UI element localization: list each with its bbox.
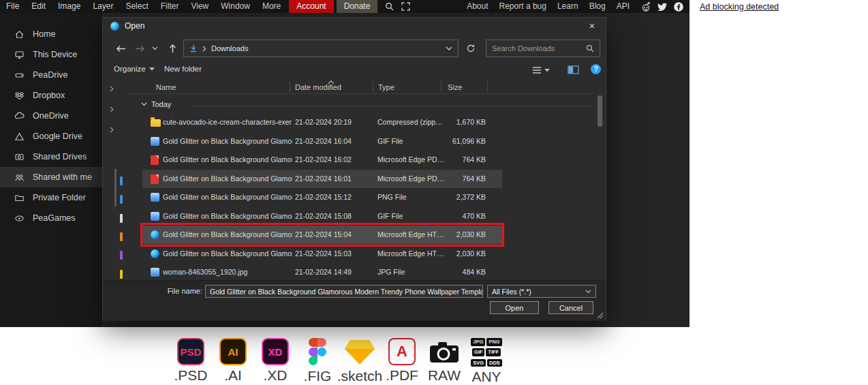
- menu-view[interactable]: View: [185, 0, 215, 13]
- file-row[interactable]: cute-avocado-ice-cream-characters-exer… …: [142, 113, 502, 132]
- menu-edit[interactable]: Edit: [25, 0, 52, 13]
- file-row[interactable]: Gold Glitter on Black Background Glamor……: [142, 245, 502, 263]
- cancel-button[interactable]: Cancel: [548, 301, 593, 314]
- format-raw: RAW: [425, 338, 463, 385]
- file-row[interactable]: woman-8463055_1920.jpg 21-02-2024 14:49 …: [142, 263, 502, 281]
- tree-expand-chevron-icon[interactable]: [109, 106, 114, 112]
- tree-expand-chevron-icon[interactable]: [109, 86, 114, 92]
- file-name-input[interactable]: Gold Glitter on Black Background Glamoro…: [205, 285, 483, 298]
- format-psd: PSD .PSD: [172, 338, 210, 385]
- column-divider[interactable]: [290, 81, 290, 93]
- preview-pane-button[interactable]: [568, 65, 579, 74]
- sidebar-item-shared-with-me[interactable]: Shared with me: [0, 167, 102, 187]
- format-pdf: A .PDF: [383, 338, 421, 385]
- sidebar-item-label: Home: [33, 29, 55, 39]
- column-divider[interactable]: [373, 81, 373, 93]
- dialog-search-input[interactable]: Search Downloads: [486, 40, 600, 57]
- facebook-icon[interactable]: [673, 1, 684, 12]
- column-header-size[interactable]: Size: [448, 83, 462, 91]
- new-folder-button[interactable]: New folder: [164, 65, 202, 73]
- menu-api[interactable]: API: [611, 0, 635, 13]
- google-drive-icon: [14, 132, 25, 142]
- sidebar-item-google-drive[interactable]: Google Drive: [0, 126, 102, 147]
- column-divider[interactable]: [441, 81, 441, 93]
- file-size: 61,096 KB: [452, 137, 486, 145]
- file-type-select[interactable]: All Files (*.*): [487, 285, 596, 298]
- menu-file[interactable]: File: [0, 0, 25, 13]
- menu-filter[interactable]: Filter: [155, 0, 185, 13]
- back-button[interactable]: [112, 40, 129, 57]
- recent-locations-chevron-icon[interactable]: [149, 40, 160, 57]
- sidebar-item-onedrive[interactable]: OneDrive: [0, 106, 102, 126]
- format-label: ANY: [471, 369, 501, 385]
- donate-button[interactable]: Donate: [337, 0, 378, 13]
- search-placeholder: Search Downloads: [492, 44, 555, 52]
- any-formats-icon: JPGPNGGIFTIFFSVGDDS: [467, 338, 506, 367]
- file-row[interactable]: Gold Glitter on Black Background Glamor……: [142, 132, 502, 151]
- sidebar-item-private-folder[interactable]: Private Folder: [0, 187, 102, 208]
- menu-report-a-bug[interactable]: Report a bug: [494, 0, 552, 13]
- file-name: Gold Glitter on Black Background Glamor…: [163, 230, 292, 238]
- folder-tree-strip[interactable]: [103, 80, 127, 279]
- menu-about[interactable]: About: [461, 0, 493, 13]
- menu-image[interactable]: Image: [52, 0, 87, 13]
- organize-label: Organize: [114, 65, 146, 73]
- tree-item-icon: [120, 214, 123, 223]
- menu-window[interactable]: Window: [215, 0, 256, 13]
- resize-grip[interactable]: [597, 312, 604, 319]
- sidebar-item-this-device[interactable]: This Device: [0, 44, 102, 65]
- organize-button[interactable]: Organize: [114, 65, 155, 73]
- account-button[interactable]: Account: [289, 0, 333, 13]
- breadcrumb-location[interactable]: Downloads: [211, 44, 248, 52]
- list-view-icon: [532, 66, 542, 74]
- monitor-icon: [14, 50, 25, 60]
- file-date: 21-02-2024 15:04: [295, 230, 352, 238]
- file-row[interactable]: Gold Glitter on Black Background Glamor……: [142, 151, 502, 169]
- sidebar-item-peagames[interactable]: PeaGames: [0, 208, 102, 228]
- address-dropdown-chevron-icon[interactable]: [446, 46, 452, 50]
- file-type: JPG File: [377, 268, 454, 276]
- column-header-name[interactable]: Name: [156, 83, 176, 91]
- file-row[interactable]: Gold Glitter on Black Background Glamor……: [142, 207, 502, 226]
- column-header-type[interactable]: Type: [378, 83, 394, 91]
- file-name: Gold Glitter on Black Background Glamor…: [163, 155, 292, 164]
- close-icon[interactable]: ×: [584, 18, 600, 33]
- file-name-value: Gold Glitter on Black Background Glamoro…: [210, 288, 483, 296]
- menu-blog[interactable]: Blog: [584, 0, 611, 13]
- column-header-date-modified[interactable]: Date modified: [295, 83, 341, 91]
- sidebar-item-dropbox[interactable]: Dropbox: [0, 85, 102, 106]
- menu-select[interactable]: Select: [119, 0, 154, 13]
- twitter-icon[interactable]: [657, 1, 668, 12]
- column-divider[interactable]: [487, 81, 488, 93]
- tree-scrollbar-thumb[interactable]: [114, 169, 117, 206]
- file-row[interactable]: Gold Glitter on Black Background Glamor……: [142, 188, 502, 206]
- file-name: cute-avocado-ice-cream-characters-exer…: [163, 118, 292, 126]
- change-view-button[interactable]: [532, 66, 550, 74]
- format-any: JPGPNGGIFTIFFSVGDDS ANY: [467, 338, 506, 385]
- up-button[interactable]: [164, 40, 181, 57]
- file-type: Microsoft Edge HT…: [377, 249, 454, 258]
- refresh-button[interactable]: [463, 40, 479, 57]
- menu-layer[interactable]: Layer: [87, 0, 119, 13]
- file-row-selected[interactable]: Gold Glitter on Black Background Glamor……: [142, 226, 502, 244]
- forward-button[interactable]: [131, 40, 148, 57]
- menu-learn[interactable]: Learn: [552, 0, 584, 13]
- fullscreen-icon[interactable]: [401, 2, 410, 11]
- reddit-icon[interactable]: [640, 1, 651, 12]
- downloads-location-icon: [189, 44, 198, 52]
- tree-expand-chevron-icon[interactable]: [109, 127, 114, 133]
- help-icon[interactable]: ?: [591, 64, 601, 74]
- sidebar-item-home[interactable]: Home: [0, 24, 102, 44]
- search-icon[interactable]: [385, 2, 394, 11]
- ai-icon: AI: [219, 338, 247, 365]
- address-bar[interactable]: Downloads: [183, 40, 459, 57]
- group-header-today[interactable]: Today: [141, 100, 171, 108]
- sidebar-item-peadrive[interactable]: PeaDrive: [0, 65, 102, 85]
- open-button[interactable]: Open: [490, 301, 539, 314]
- ad-blocking-link[interactable]: Ad blocking detected: [700, 2, 779, 12]
- figma-icon: [309, 338, 327, 366]
- list-scrollbar-thumb[interactable]: [598, 95, 602, 127]
- menu-more[interactable]: More: [256, 0, 287, 13]
- file-row[interactable]: Gold Glitter on Black Background Glamor……: [142, 170, 502, 188]
- sidebar-item-shared-drives[interactable]: Shared Drives: [0, 147, 102, 167]
